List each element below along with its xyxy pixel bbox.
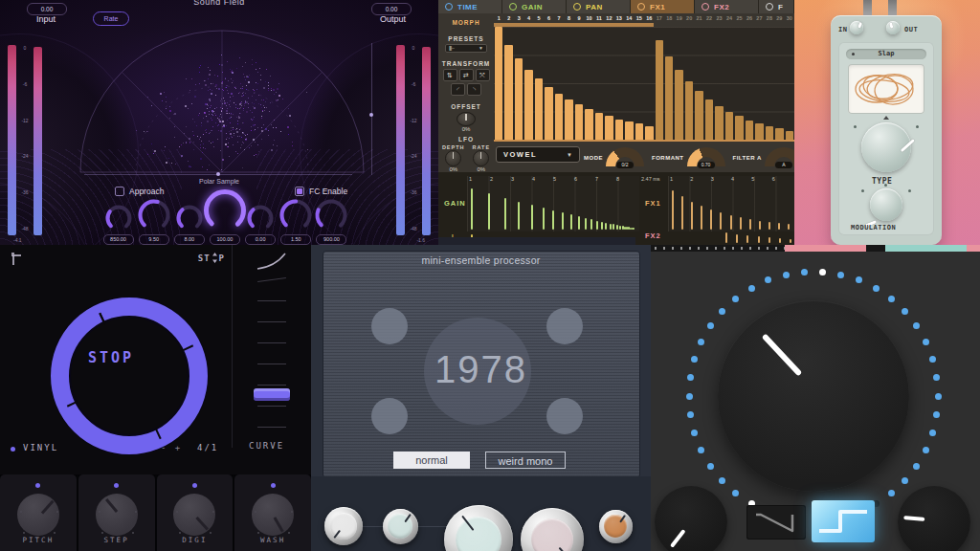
sequencer-step-bar[interactable] — [786, 131, 793, 140]
sequencer-step-bar[interactable] — [695, 91, 702, 140]
sequencer-step-bar[interactable] — [495, 27, 502, 140]
sequencer-step-bar[interactable] — [665, 56, 673, 140]
knob-value-box[interactable]: 1.50 — [280, 234, 311, 245]
knob-body[interactable] — [173, 494, 215, 536]
sequencer-step-bar[interactable] — [545, 87, 552, 140]
sequencer-step-bar[interactable] — [746, 121, 753, 140]
vertical-slider-track[interactable] — [371, 43, 372, 175]
vertical-slider-handle[interactable] — [369, 113, 373, 117]
transform-mirror-button[interactable]: ⤧ — [476, 69, 490, 81]
ensemble-knob-2[interactable] — [383, 509, 418, 544]
sequencer-step-bar[interactable] — [755, 123, 763, 140]
sf-knob-boost[interactable]: 1.50Boost — [279, 198, 313, 245]
right-small-knob[interactable] — [898, 486, 970, 551]
sequencer-step-bar[interactable] — [615, 120, 623, 140]
sequencer-step-bar[interactable] — [555, 94, 563, 140]
knob-value-box[interactable]: 0.00 — [245, 234, 276, 245]
transform-curve-b-button[interactable]: ◝ — [467, 83, 481, 96]
knob-body[interactable] — [252, 494, 294, 536]
horizontal-slider-handle[interactable] — [216, 172, 220, 176]
knob-body[interactable] — [17, 494, 59, 536]
sequencer-step-bar[interactable] — [725, 112, 733, 141]
gauge-formant[interactable]: FORMANT0.70 — [652, 147, 725, 166]
sf-knob-width[interactable]: 0.00Width — [244, 204, 278, 245]
vowel-dropdown[interactable]: VOWEL ▼ — [496, 146, 580, 163]
sequencer-step-bar[interactable] — [595, 113, 603, 140]
type-knob[interactable] — [861, 122, 911, 172]
sf-knob-cutoff[interactable]: 850.00Cutoff — [101, 204, 135, 245]
tab-gain[interactable]: GAIN — [502, 0, 567, 13]
sf-knob-focus[interactable]: 8.00Focus — [172, 204, 206, 245]
nudge-minus-plus[interactable]: - + — [161, 443, 182, 452]
sequencer-step-bar[interactable] — [565, 99, 572, 140]
dial-scale-dot — [929, 430, 936, 436]
preset-display[interactable]: Slap — [846, 49, 926, 59]
loop-ratio-value[interactable]: 4/1 — [197, 443, 218, 452]
curve-slider-handle[interactable] — [254, 388, 290, 401]
ensemble-knob-3[interactable] — [444, 505, 513, 551]
ensemble-knob-4[interactable] — [521, 508, 584, 551]
modulation-knob[interactable] — [870, 188, 902, 221]
tab-fx2[interactable]: FX2 — [695, 0, 759, 13]
main-dial-knob[interactable] — [718, 300, 909, 492]
depth-knob[interactable] — [445, 150, 461, 166]
sequencer-step-bar[interactable] — [504, 45, 512, 140]
sequencer-step-bar[interactable] — [575, 104, 583, 140]
ensemble-knob-1[interactable] — [324, 507, 363, 545]
slider-tick — [257, 427, 286, 428]
ensemble-knob-5[interactable] — [599, 510, 633, 543]
gauge-filter-a[interactable]: FILTER AA — [733, 147, 795, 166]
knob-value-box[interactable]: 100.00 — [210, 234, 240, 245]
sequencer-step-bar[interactable] — [685, 81, 693, 140]
knob-value-box[interactable]: 900.00 — [316, 234, 346, 245]
rate-knob[interactable] — [473, 150, 489, 166]
knob-value-box[interactable]: 8.00 — [174, 234, 205, 245]
stop-mode-indicator[interactable]: ST P — [198, 253, 225, 263]
transform-flip-vertical-button[interactable]: ⇅ — [443, 69, 457, 81]
transform-flip-horizontal-button[interactable]: ⇄ — [459, 69, 474, 81]
presets-dropdown[interactable]: ||||··· ▼ — [445, 44, 487, 53]
offset-knob[interactable] — [457, 112, 476, 126]
tab-time[interactable]: TIME — [438, 0, 502, 13]
sequencer-step-bar[interactable] — [705, 99, 713, 140]
mode-button-weird-mono[interactable]: weird mono — [485, 452, 566, 469]
knob-body[interactable] — [96, 494, 138, 536]
mode-button-normal[interactable]: normal — [393, 452, 470, 469]
out-knob[interactable] — [886, 21, 900, 34]
step-sequencer-grid[interactable] — [494, 27, 794, 142]
tab-fx1[interactable]: FX1 — [631, 0, 695, 13]
sf-knob-feedback[interactable]: 9.50Feedback — [137, 198, 170, 245]
sequencer-step-bar[interactable] — [524, 70, 532, 140]
in-knob[interactable] — [850, 21, 863, 34]
tab-f[interactable]: F — [759, 0, 794, 13]
sequencer-step-bar[interactable] — [515, 58, 523, 140]
looper-knob-step[interactable]: STEP — [78, 474, 155, 551]
sequencer-step-bar[interactable] — [645, 126, 653, 140]
meter-tick-label: -12 — [18, 118, 32, 123]
sequencer-step-bar[interactable] — [715, 106, 723, 140]
waveform-button-saw[interactable] — [746, 505, 806, 540]
waveform-button-square[interactable] — [812, 500, 875, 542]
sf-knob-high-shelf[interactable]: 900.00High Shelf — [315, 198, 348, 245]
sequencer-step-bar[interactable] — [625, 121, 633, 140]
transform-curve-a-button[interactable]: ◜ — [451, 83, 465, 96]
gauge-mode[interactable]: MODE0/2 — [584, 147, 644, 166]
sequencer-step-bar[interactable] — [656, 40, 663, 140]
knob-value-box[interactable]: 850.00 — [103, 234, 134, 245]
knob-value-box[interactable]: 9.50 — [139, 234, 169, 245]
left-small-knob[interactable] — [655, 486, 727, 551]
sequencer-step-bar[interactable] — [775, 128, 783, 140]
looper-knob-pitch[interactable]: PITCH — [0, 474, 77, 551]
sequencer-step-bar[interactable] — [675, 70, 682, 140]
sequencer-step-bar[interactable] — [735, 116, 743, 140]
sf-knob-wet-dry[interactable]: 100.00Wet/Dry — [208, 188, 241, 245]
sequencer-step-bar[interactable] — [585, 109, 592, 140]
sequencer-step-bar[interactable] — [635, 123, 643, 140]
looper-knob-wash[interactable]: WASH — [234, 474, 311, 551]
sequencer-step-bar[interactable] — [766, 126, 773, 140]
rate-button[interactable]: Rate — [93, 11, 129, 26]
looper-knob-digi[interactable]: DIGI — [157, 474, 234, 551]
tab-pan[interactable]: PAN — [567, 0, 631, 13]
sequencer-step-bar[interactable] — [535, 78, 543, 140]
sequencer-step-bar[interactable] — [605, 116, 612, 140]
